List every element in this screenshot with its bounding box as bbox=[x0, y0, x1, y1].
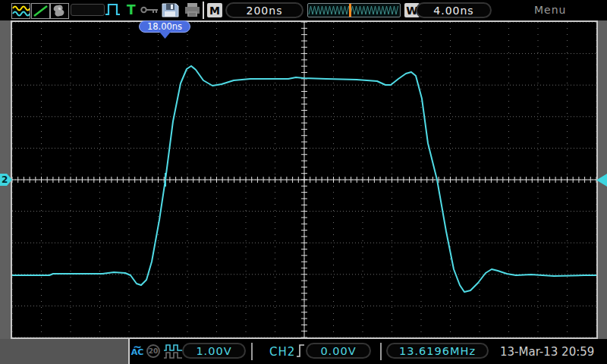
plot-area bbox=[12, 22, 596, 337]
coupling-ac-icon: ~ AC bbox=[129, 341, 146, 362]
datetime-label: 13-Mar-13 20:59 bbox=[500, 345, 594, 359]
print-icon bbox=[184, 2, 201, 18]
save-icon bbox=[161, 2, 179, 18]
trigger-position-pattern bbox=[308, 4, 400, 17]
channel-label: CH2 bbox=[269, 345, 295, 359]
menu-label[interactable]: Menu bbox=[534, 4, 566, 16]
diagonal-line-icon bbox=[31, 3, 50, 19]
graticule-svg bbox=[12, 22, 596, 337]
horizontal-position-label: 18.00ns bbox=[139, 20, 190, 33]
pulse-icon bbox=[105, 2, 121, 17]
zigzag-polyline bbox=[309, 6, 398, 14]
pulse-train-icon bbox=[163, 344, 183, 362]
key-icon bbox=[140, 5, 159, 15]
main-timebase-value: 200ns bbox=[225, 2, 304, 18]
oscilloscope-screen: T bbox=[0, 0, 607, 364]
top-status-bar: T bbox=[0, 0, 607, 20]
volts-per-div-value: 1.00V bbox=[182, 343, 246, 359]
bottom-status-bar: ~ AC 20 1.00V CH2 0.00V 13.6196MHz 13-Ma… bbox=[0, 339, 607, 364]
bottom-divider-2 bbox=[251, 343, 253, 360]
dual-wave-icon bbox=[11, 3, 30, 19]
rising-edge-icon bbox=[296, 343, 306, 362]
trigger-t-icon: T bbox=[127, 2, 136, 17]
trigger-position-marker[interactable] bbox=[349, 4, 351, 17]
trigger-position-strip[interactable] bbox=[307, 3, 401, 17]
frequency-counter-value: 13.6196MHz bbox=[386, 343, 489, 359]
coupling-text: AC bbox=[131, 348, 144, 356]
empty-slot bbox=[71, 4, 105, 16]
window-timebase-value: 4.00ns bbox=[416, 2, 492, 18]
bandwidth-20-icon: 20 bbox=[146, 344, 160, 358]
trigger-level-value: 0.00V bbox=[306, 343, 371, 359]
axis-ticks bbox=[12, 22, 596, 337]
main-timebase-badge: M bbox=[207, 3, 222, 17]
bottom-divider-3 bbox=[380, 343, 382, 360]
bottom-left-gray bbox=[0, 339, 129, 364]
topbar-divider bbox=[203, 2, 204, 19]
photo-icon bbox=[50, 3, 69, 19]
horizontal-position-callout[interactable]: 18.00ns bbox=[139, 20, 190, 33]
